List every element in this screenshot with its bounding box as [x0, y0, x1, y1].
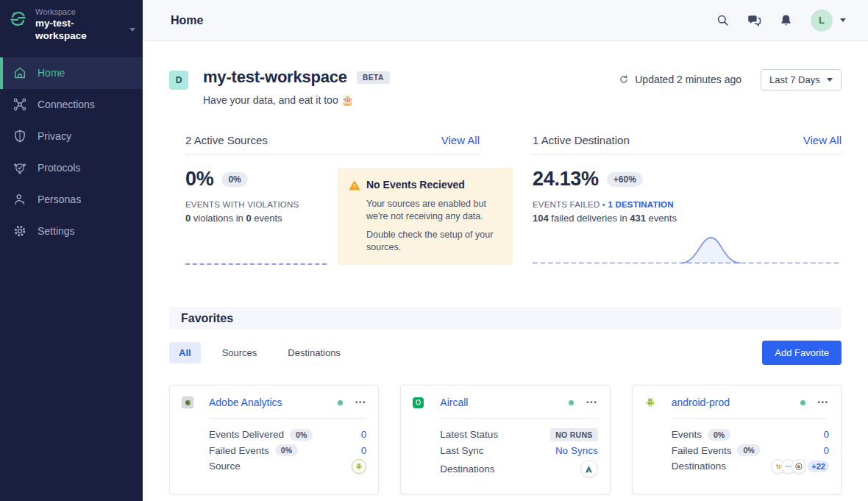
card-title-link[interactable]: android-prod [672, 397, 730, 408]
destination-avatar-icon: b [791, 459, 806, 474]
android-icon[interactable] [352, 459, 366, 474]
sidebar-item-privacy[interactable]: Privacy [0, 121, 143, 152]
card-row: Source [209, 458, 366, 475]
failed-stat-label: EVENTS FAILED • 1 DESTINATION [533, 200, 842, 209]
home-icon [13, 65, 27, 80]
row-label: Failed Events [209, 445, 269, 456]
tab-sources[interactable]: Sources [213, 342, 267, 363]
status-dot [338, 400, 343, 405]
user-menu[interactable]: L [811, 10, 846, 32]
warning-triangle-icon [349, 180, 360, 191]
sidebar-item-label: Home [38, 67, 65, 79]
row-badge: 0% [708, 429, 730, 441]
destinations-sparkline [533, 230, 842, 265]
card-title-link[interactable]: Adobe Analytics [209, 397, 282, 408]
app-window: Workspace my-test-workspace Home [0, 0, 868, 501]
sidebar-item-label: Privacy [38, 130, 71, 142]
failed-stat-detail: 104 failed deliveries in 431 events [533, 213, 842, 224]
sources-view-all-link[interactable]: View All [441, 134, 480, 146]
row-badge: 0% [290, 429, 313, 441]
card-row: Last Sync No Syncs [440, 443, 597, 459]
sources-panel-title: 2 Active Sources [185, 134, 268, 146]
chevron-down-icon [129, 28, 135, 32]
card-row: Destinations •• b +22 [672, 458, 829, 475]
row-value-link[interactable]: 0 [361, 429, 367, 440]
row-label: Failed Events [672, 445, 732, 456]
row-value-link[interactable]: 0 [823, 445, 829, 456]
violations-stat-value: 0% [185, 168, 213, 191]
row-label: Last Sync [440, 445, 483, 456]
failed-stat-value: 24.13% [533, 168, 599, 191]
sidebar-item-home[interactable]: Home [0, 57, 143, 89]
card-row: Failed Events 0% 0 [209, 443, 366, 459]
workspace-initial-badge: D [169, 71, 188, 90]
favorite-card-aircall: Aircall ••• Latest Status NO RUNS Last S… [400, 385, 610, 494]
time-range-select[interactable]: Last 7 Days [761, 69, 842, 90]
row-value-link[interactable]: No Syncs [555, 445, 598, 456]
search-button[interactable] [716, 13, 730, 27]
destinations-view-all-link[interactable]: View All [803, 134, 842, 146]
bell-icon [779, 13, 793, 27]
sidebar-item-connections[interactable]: Connections [0, 89, 143, 121]
workspace-label: Workspace [35, 7, 135, 18]
card-menu-icon[interactable]: ••• [818, 399, 829, 406]
connections-icon [13, 97, 27, 112]
row-label: Events [672, 429, 702, 440]
violations-stat-detail: 0 violations in 0 events [185, 213, 338, 224]
row-label: Destinations [672, 461, 726, 472]
sidebar-item-personas[interactable]: Personas [0, 184, 143, 216]
last-updated: Updated 2 minutes ago [619, 74, 741, 85]
row-label: Events Delivered [209, 429, 284, 440]
refresh-icon[interactable] [619, 74, 629, 85]
favorites-header: Favorites [169, 307, 842, 330]
search-icon [716, 13, 730, 27]
chat-button[interactable] [747, 13, 761, 27]
sidebar-nav: Home Connections Privacy [0, 57, 143, 247]
destination-a-icon[interactable] [580, 460, 598, 477]
status-dot [569, 400, 574, 405]
row-value-link[interactable]: 0 [823, 429, 829, 440]
card-row: Latest Status NO RUNS [440, 427, 597, 443]
card-row: Failed Events 0% 0 [672, 443, 829, 459]
workspace-title: my-test-workspace [203, 68, 347, 87]
add-favorite-button[interactable]: Add Favorite [762, 341, 842, 365]
android-icon [644, 397, 656, 408]
sidebar-item-label: Personas [38, 193, 81, 205]
warning-title: No Events Recieved [366, 179, 465, 191]
more-destinations-badge[interactable]: +22 [808, 461, 829, 472]
personas-icon [13, 192, 27, 207]
tab-all[interactable]: All [169, 342, 201, 363]
row-label: Latest Status [440, 429, 498, 440]
divider [185, 154, 480, 154]
row-badge: 0% [275, 444, 298, 456]
card-menu-icon[interactable]: ••• [586, 399, 597, 406]
sidebar-item-label: Protocols [38, 162, 80, 174]
failed-delta-badge: +60% [607, 172, 643, 187]
avatar[interactable]: L [811, 10, 833, 32]
tab-destinations[interactable]: Destinations [278, 342, 350, 363]
workspace-subtitle: Have your data, and eat it too 🎂 [203, 94, 390, 106]
status-dot [800, 400, 805, 405]
protocols-icon [13, 160, 27, 175]
favorite-card-adobe-analytics: Adobe Analytics ••• Events Delivered 0% … [169, 385, 379, 494]
warning-body-2: Double check the setup of your sources. [366, 229, 500, 254]
card-menu-icon[interactable]: ••• [355, 399, 366, 406]
notifications-button[interactable] [779, 13, 793, 27]
segment-logo-icon [10, 10, 26, 27]
destination-count-link[interactable]: 1 DESTINATION [608, 200, 673, 209]
sidebar-item-protocols[interactable]: Protocols [0, 152, 143, 184]
violations-stat-label: EVENTS WITH VIOLATIONS [185, 200, 338, 209]
status-badge: NO RUNS [550, 428, 598, 441]
sidebar-item-label: Settings [38, 225, 75, 237]
sidebar: Workspace my-test-workspace Home [0, 0, 143, 501]
warning-callout: No Events Recieved Your sources are enab… [338, 168, 513, 265]
destination-stack[interactable]: •• b +22 [771, 459, 829, 474]
workspace-switcher[interactable]: Workspace my-test-workspace [0, 0, 143, 53]
svg-text:b: b [797, 464, 800, 469]
page-title: Home [171, 14, 203, 27]
card-row: Events 0% 0 [672, 427, 829, 443]
shield-icon [13, 129, 27, 143]
card-title-link[interactable]: Aircall [440, 397, 468, 408]
row-value-link[interactable]: 0 [361, 445, 367, 456]
sidebar-item-settings[interactable]: Settings [0, 216, 143, 247]
